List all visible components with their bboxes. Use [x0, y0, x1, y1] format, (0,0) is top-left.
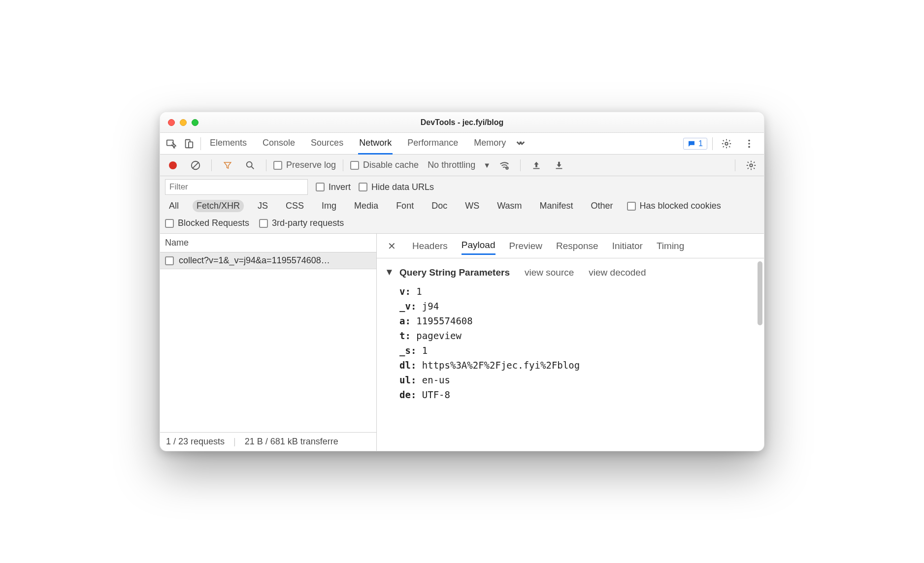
detail-tab-response[interactable]: Response: [556, 238, 598, 254]
close-detail-icon[interactable]: ✕: [385, 240, 398, 252]
scrollbar-thumb[interactable]: [758, 261, 762, 325]
window-title: DevTools - jec.fyi/blog: [160, 118, 764, 127]
query-param-row: v: 1: [385, 284, 756, 299]
query-param-row: dl: https%3A%2F%2Fjec.fyi%2Fblog: [385, 358, 756, 373]
requests-count: 1 / 23 requests: [166, 437, 225, 447]
type-ws[interactable]: WS: [461, 200, 483, 212]
issues-count: 1: [698, 139, 703, 148]
divider: [211, 159, 212, 171]
download-har-icon[interactable]: [550, 156, 568, 174]
svg-point-4: [748, 139, 750, 141]
type-doc[interactable]: Doc: [428, 200, 451, 212]
tab-elements[interactable]: Elements: [209, 133, 248, 155]
network-toolbar: Preserve log Disable cache No throttling…: [160, 155, 764, 176]
tab-network[interactable]: Network: [358, 133, 393, 155]
search-icon[interactable]: [241, 156, 259, 174]
disable-cache-label: Disable cache: [363, 160, 419, 170]
type-media[interactable]: Media: [350, 200, 382, 212]
type-js[interactable]: JS: [254, 200, 272, 212]
type-other[interactable]: Other: [587, 200, 617, 212]
devtools-window: DevTools - jec.fyi/blog Elements Console…: [160, 112, 764, 451]
blocked-requests-checkbox[interactable]: Blocked Requests: [165, 218, 249, 228]
detail-tab-preview[interactable]: Preview: [509, 238, 543, 254]
record-button[interactable]: [164, 156, 182, 174]
request-row[interactable]: collect?v=1&_v=j94&a=1195574608…: [160, 252, 376, 269]
svg-point-5: [748, 143, 750, 145]
requests-panel: Name collect?v=1&_v=j94&a=1195574608… 1 …: [160, 234, 377, 451]
more-tabs-chevron-icon[interactable]: [512, 135, 529, 153]
type-manifest[interactable]: Manifest: [536, 200, 577, 212]
device-toolbar-icon[interactable]: [180, 135, 198, 153]
network-settings-gear-icon[interactable]: [742, 156, 760, 174]
type-all[interactable]: All: [165, 200, 183, 212]
view-source-link[interactable]: view source: [525, 267, 574, 278]
detail-tab-headers[interactable]: Headers: [412, 238, 448, 254]
request-name: collect?v=1&_v=j94&a=1195574608…: [179, 255, 330, 266]
inspect-element-icon[interactable]: [162, 135, 180, 153]
preserve-log-checkbox[interactable]: Preserve log: [273, 160, 336, 170]
transferred-size: 21 B / 681 kB transferre: [245, 437, 338, 447]
query-param-row: ul: en-us: [385, 373, 756, 387]
titlebar: DevTools - jec.fyi/blog: [160, 112, 764, 133]
has-blocked-cookies-checkbox[interactable]: Has blocked cookies: [627, 201, 721, 211]
query-param-row: t: pageview: [385, 328, 756, 343]
invert-label: Invert: [329, 182, 351, 192]
svg-point-8: [247, 161, 252, 167]
upload-har-icon[interactable]: [528, 156, 545, 174]
request-checkbox[interactable]: [165, 256, 174, 265]
hide-data-urls-checkbox[interactable]: Hide data URLs: [359, 182, 434, 192]
throttling-select[interactable]: No throttling: [428, 160, 475, 170]
issues-badge[interactable]: 1: [683, 138, 707, 150]
third-party-label: 3rd-party requests: [272, 218, 344, 228]
tab-console[interactable]: Console: [262, 133, 296, 155]
filter-bar: Invert Hide data URLs: [160, 176, 764, 197]
tab-sources[interactable]: Sources: [310, 133, 344, 155]
svg-point-3: [725, 142, 728, 145]
payload-body: ▼ Query String Parameters view source vi…: [377, 258, 764, 451]
tab-memory[interactable]: Memory: [473, 133, 507, 155]
query-param-row: de: UTF-8: [385, 387, 756, 402]
filter-input[interactable]: [165, 179, 308, 195]
resource-type-filter: All Fetch/XHR JS CSS Img Media Font Doc …: [160, 197, 764, 215]
type-font[interactable]: Font: [392, 200, 418, 212]
tab-performance[interactable]: Performance: [406, 133, 459, 155]
filter-icon[interactable]: [219, 156, 236, 174]
svg-point-6: [748, 146, 750, 148]
devtools-tabstrip: Elements Console Sources Network Perform…: [160, 133, 764, 155]
divider: [520, 159, 521, 171]
invert-checkbox[interactable]: Invert: [316, 182, 351, 192]
type-wasm[interactable]: Wasm: [493, 200, 526, 212]
divider: [200, 137, 201, 150]
detail-tab-timing[interactable]: Timing: [657, 238, 684, 254]
divider: [735, 159, 735, 171]
query-params-list: v: 1_v: j94a: 1195574608t: pageview_s: 1…: [385, 284, 756, 402]
detail-panel: ✕ Headers Payload Preview Response Initi…: [377, 234, 764, 451]
divider: [266, 159, 266, 171]
network-conditions-icon[interactable]: [495, 156, 513, 174]
detail-tabstrip: ✕ Headers Payload Preview Response Initi…: [377, 234, 764, 258]
view-decoded-link[interactable]: view decoded: [589, 267, 646, 278]
detail-tab-payload[interactable]: Payload: [462, 237, 495, 255]
disable-cache-checkbox[interactable]: Disable cache: [350, 160, 419, 170]
third-party-checkbox[interactable]: 3rd-party requests: [259, 218, 344, 228]
query-param-row: _v: j94: [385, 299, 756, 313]
svg-point-12: [750, 164, 753, 167]
hide-data-urls-label: Hide data URLs: [371, 182, 434, 192]
svg-rect-11: [556, 168, 562, 169]
type-fetch[interactable]: Fetch/XHR: [193, 200, 244, 212]
clear-button[interactable]: [187, 156, 204, 174]
type-img[interactable]: Img: [318, 200, 340, 212]
throttling-chevron-icon[interactable]: ▼: [483, 161, 491, 169]
query-string-section-title: Query String Parameters: [399, 267, 510, 278]
has-blocked-cookies-label: Has blocked cookies: [640, 201, 721, 211]
kebab-menu-icon[interactable]: [740, 135, 758, 153]
settings-gear-icon[interactable]: [718, 135, 735, 153]
svg-rect-2: [189, 142, 193, 148]
preserve-log-label: Preserve log: [286, 160, 336, 170]
type-css[interactable]: CSS: [282, 200, 308, 212]
detail-tab-initiator[interactable]: Initiator: [612, 238, 643, 254]
query-param-row: a: 1195574608: [385, 313, 756, 328]
collapse-icon[interactable]: ▼: [385, 267, 394, 278]
content-split: Name collect?v=1&_v=j94&a=1195574608… 1 …: [160, 234, 764, 451]
name-column-header[interactable]: Name: [160, 234, 376, 252]
